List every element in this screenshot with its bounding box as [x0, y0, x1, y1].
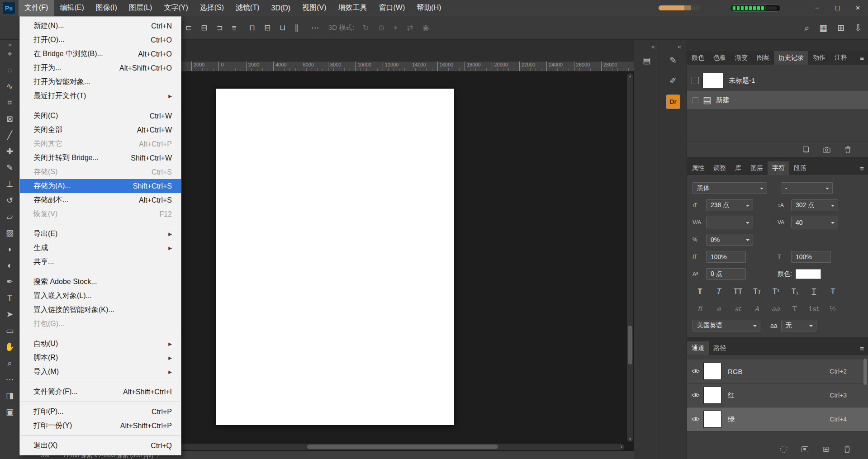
close-button[interactable]: ×	[848, 0, 868, 16]
channels-scrollbar-thumb[interactable]	[863, 359, 867, 385]
horizontal-scrollbar-thumb[interactable]	[307, 445, 498, 449]
ordinals-button[interactable]: 1st	[806, 303, 821, 315]
channel-row[interactable]: 绿 Ctrl+4	[687, 407, 868, 431]
new-channel-icon[interactable]: ⊞	[820, 444, 832, 454]
file-menu-item[interactable]: 关闭(C) Ctrl+W ▶	[20, 109, 181, 123]
file-menu-item[interactable]: 存储副本... Alt+Ctrl+S ▶	[20, 193, 181, 207]
lasso-tool[interactable]: ∿	[6, 82, 13, 90]
file-menu-item[interactable]: 打开(O)... Ctrl+O ▶	[20, 33, 181, 47]
panel-tab[interactable]: 渐变	[730, 51, 752, 65]
file-menu-item[interactable]: 打开为智能对象... ▶	[20, 75, 181, 89]
menubar-item[interactable]: 选择(S)	[194, 0, 230, 16]
titling-alternates-button[interactable]: T	[787, 303, 802, 315]
panel-tab[interactable]: 通道	[687, 341, 709, 355]
swash-button[interactable]: A	[749, 303, 764, 315]
channel-row[interactable]: 红 Ctrl+3	[687, 383, 868, 407]
panel-tab[interactable]: 属性	[687, 161, 709, 175]
load-selection-icon[interactable]	[778, 445, 790, 453]
align-middle-icon[interactable]: ⊟	[264, 24, 270, 32]
panel-menu-icon[interactable]: ≡	[860, 341, 868, 355]
restore-button[interactable]: □	[827, 0, 848, 16]
font-style-select[interactable]: -	[781, 182, 833, 194]
file-menu-item[interactable]: 打包(G)... ▶	[20, 317, 181, 331]
type-tool[interactable]: T	[7, 294, 12, 302]
clone-stamp-tool[interactable]: ⊥	[6, 180, 14, 188]
frame-tool[interactable]: ⊠	[6, 115, 13, 123]
dr-plugin-icon[interactable]: Dr	[666, 95, 680, 109]
scroll-down-icon[interactable]: ▾	[627, 437, 633, 441]
menubar-item[interactable]: 文字(Y)	[158, 0, 194, 16]
healing-brush-tool[interactable]: ✚	[6, 147, 13, 156]
eyedropper-tool[interactable]: ╱	[7, 131, 12, 139]
more-options-icon[interactable]: ⋯	[311, 24, 319, 32]
eraser-tool[interactable]: ▱	[7, 213, 13, 221]
kerning-select[interactable]	[706, 217, 753, 228]
proportional-spacing-select[interactable]: 0%	[706, 234, 753, 246]
panel-tab[interactable]: 图案	[752, 51, 774, 65]
menubar-item[interactable]: 滤镜(T)	[230, 0, 265, 16]
file-menu-item[interactable]: 恢复(V) F12 ▶	[20, 207, 181, 221]
brushes-panel-icon[interactable]: ✐	[667, 75, 679, 86]
file-menu-item[interactable]: 搜索 Adobe Stock... ▶	[20, 275, 181, 289]
file-menu-item[interactable]: 脚本(R) ▶	[20, 351, 181, 365]
all-caps-button[interactable]: TT	[730, 285, 745, 298]
anti-alias-select[interactable]: 无	[781, 320, 816, 331]
history-brush-tool[interactable]: ↺	[6, 196, 13, 204]
leading-select[interactable]: 302 点	[791, 199, 838, 211]
crop-tool[interactable]: ⌗	[7, 99, 12, 107]
shape-tool[interactable]: ▭	[6, 327, 14, 335]
blur-tool[interactable]: ◗	[7, 245, 12, 253]
panel-tab[interactable]: 动作	[808, 51, 830, 65]
visibility-eye-icon[interactable]	[692, 416, 703, 422]
file-menu-item[interactable]: 关闭全部 Alt+Ctrl+W ▶	[20, 123, 181, 137]
channel-row[interactable]: RGB Ctrl+2	[687, 360, 868, 383]
small-caps-button[interactable]: Tᴛ	[749, 285, 764, 298]
fractions-button[interactable]: ½	[825, 303, 840, 315]
scroll-right-icon[interactable]: ›	[621, 444, 622, 450]
panel-tab[interactable]: 字符	[768, 161, 789, 175]
distribute-vertical-icon[interactable]: ∥	[294, 24, 299, 32]
toolbar-expand-icon[interactable]: »	[8, 40, 11, 50]
menubar-item[interactable]: 帮助(H)	[411, 0, 447, 16]
new-document-from-state-icon[interactable]: ❏	[800, 145, 812, 154]
path-selection-tool[interactable]: ➤	[6, 310, 13, 318]
align-center-icon[interactable]: ⊟	[201, 24, 207, 32]
discretionary-ligatures-button[interactable]: st	[730, 303, 745, 315]
minimize-button[interactable]: −	[807, 0, 827, 16]
file-menu-item[interactable]: 退出(X) Ctrl+Q ▶	[20, 439, 181, 453]
standard-ligatures-button[interactable]: fi	[693, 303, 707, 315]
workspace-switcher-icon[interactable]: ▦	[819, 24, 827, 32]
align-left-icon[interactable]: ⊏	[185, 24, 192, 32]
marquee-tool[interactable]: ◌	[7, 66, 12, 74]
panel-tab[interactable]: 图层	[746, 161, 768, 175]
file-menu-item[interactable]: 置入链接的智能对象(K)... ▶	[20, 303, 181, 317]
menubar-item[interactable]: 文件(F)	[19, 0, 54, 16]
history-step-row[interactable]: ▤ 新建	[687, 91, 868, 109]
distribute-horizontal-icon[interactable]: ≡	[232, 24, 237, 32]
delete-channel-trash-icon[interactable]	[841, 445, 854, 454]
more-tools-icon[interactable]: ⋯	[6, 375, 14, 383]
menubar-item[interactable]: 视图(V)	[296, 0, 332, 16]
subscript-button[interactable]: T₁	[787, 285, 802, 298]
canvas[interactable]	[216, 89, 454, 425]
menubar-item[interactable]: 图层(L)	[123, 0, 158, 16]
panel-tab[interactable]: 颜色	[687, 51, 709, 65]
brush-settings-panel-icon[interactable]: ✎	[667, 55, 679, 66]
menubar-item[interactable]: 图像(I)	[90, 0, 123, 16]
screen-mode-icon[interactable]: ▣	[6, 408, 14, 416]
file-menu-item[interactable]: 存储(S) Ctrl+S ▶	[20, 165, 181, 179]
zoom-tool[interactable]: ⌕	[7, 359, 12, 367]
pen-tool[interactable]: ✒	[6, 278, 13, 286]
new-snapshot-camera-icon[interactable]	[820, 146, 833, 154]
panel-tab[interactable]: 注释	[830, 51, 852, 65]
file-menu-item[interactable]: 置入嵌入对象(L)... ▶	[20, 289, 181, 303]
text-color-swatch[interactable]	[796, 269, 821, 279]
file-menu-item[interactable]: 自动(U) ▶	[20, 337, 181, 351]
vertical-scrollbar[interactable]: ▴ ▾	[627, 73, 633, 442]
history-brush-checkbox[interactable]	[693, 97, 698, 103]
panel-tab[interactable]: 路径	[709, 341, 730, 355]
tracking-select[interactable]: 40	[791, 217, 838, 228]
panel-tab[interactable]: 历史记录	[774, 51, 808, 65]
search-icon[interactable]: ⌕	[805, 24, 810, 32]
contextual-alternates-button[interactable]: e	[711, 303, 726, 315]
